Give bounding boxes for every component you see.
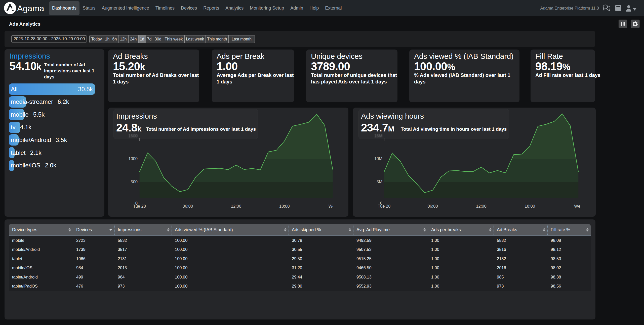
caret-down-icon[interactable] — [633, 7, 636, 12]
preset-1d[interactable]: 1d — [139, 35, 146, 43]
stat-card-fill-rate: Fill Rate 98.19% Ad Fill rate over last … — [531, 50, 595, 102]
table-cell: mobile/iOS — [9, 263, 73, 273]
column-header-ads-viewed-iab-standard-[interactable]: Ads viewed % (IAB Standard) — [172, 224, 289, 235]
table-cell: 1.00 — [428, 272, 494, 282]
column-header-device-types[interactable]: Device types — [9, 224, 73, 235]
table-cell: 1.00 — [428, 282, 494, 291]
column-header-label: Impressions — [118, 227, 141, 233]
column-divider — [73, 225, 73, 235]
preset-this-month[interactable]: This month — [206, 35, 229, 43]
bar-category-label: mobile/Android — [11, 136, 51, 144]
chart-total-row: 24.8k — [116, 121, 141, 134]
preset-7d[interactable]: 7d — [146, 35, 153, 43]
table-cell: 2132 — [494, 254, 547, 263]
table-cell: 100.00 — [172, 245, 289, 254]
bar-category-label: tv — [11, 124, 16, 131]
table-cell: 100.00 — [172, 272, 289, 282]
column-header-ads-skipped-[interactable]: Ads skipped % — [289, 224, 353, 235]
chart-description: Total number of Ad impressions over last… — [146, 126, 256, 132]
stat-card-value: 1.00 — [217, 60, 238, 72]
sort-both-icon — [489, 228, 492, 231]
bar-value-All: 30.5k — [78, 83, 93, 95]
table-cell: 985 — [494, 272, 547, 282]
column-divider — [353, 225, 353, 235]
column-header-label: Ad Breaks — [497, 227, 517, 233]
table-row-mobile[interactable]: mobile27235532100.0030.789492.591.005532… — [9, 236, 591, 245]
settings-button[interactable] — [631, 20, 639, 28]
bar-value-label: 3.5k — [56, 136, 67, 144]
column-header-label: Devices — [76, 227, 92, 233]
stat-card-title: Fill Rate — [535, 52, 563, 61]
preset-12h[interactable]: 12h — [118, 35, 129, 43]
table-cell: 5532 — [114, 236, 172, 245]
window-icon[interactable] — [615, 5, 621, 12]
table-cell: 1066 — [73, 254, 114, 263]
table-cell: 30.78 — [289, 236, 353, 245]
table-cell: 9507.53 — [353, 245, 428, 254]
column-header-fill-rate-[interactable]: Fill rate % — [547, 224, 591, 235]
table-cell: 984 — [73, 263, 114, 273]
bar-label-tablet: tablet2.1k — [11, 147, 42, 158]
desc-line: 1 days — [113, 78, 199, 85]
bar-value-label: 2.1k — [30, 149, 42, 156]
column-header-devices[interactable]: Devices — [73, 224, 114, 235]
table-cell: 499 — [73, 272, 114, 282]
stat-card-value: 15.20 — [113, 60, 140, 72]
impressions-total-row: 54.10k — [9, 60, 42, 72]
table-cell: 2131 — [114, 254, 172, 263]
table-cell: tablet/iPadOS — [9, 282, 73, 291]
user-icon[interactable] — [626, 5, 631, 13]
column-header-label: Ads viewed % (IAB Standard) — [175, 227, 233, 233]
chart-total-unit: k — [137, 125, 142, 133]
desc-line: has played Ads over last 1 days — [311, 78, 397, 85]
table-cell: 100.00 — [172, 254, 289, 263]
chart-title: Impressions — [116, 112, 157, 120]
column-divider — [114, 225, 115, 235]
table-cell: 984 — [114, 272, 172, 282]
preset-1h[interactable]: 1h — [104, 35, 111, 43]
column-header-label: Device types — [12, 227, 37, 233]
column-header-ad-breaks[interactable]: Ad Breaks — [494, 224, 547, 235]
table-cell: 9508.13 — [353, 272, 428, 282]
stat-card-title: Ads per Break — [217, 52, 264, 61]
desc-line: Total number of Ad Breaks over last — [113, 72, 199, 78]
preset-30d[interactable]: 30d — [153, 35, 163, 43]
column-header-avg-ad-playtime[interactable]: Avg. Ad Playtime — [353, 224, 428, 235]
stat-card-unit: % — [447, 62, 455, 72]
desc-line: Total number of unique devices that — [311, 72, 397, 78]
table-cell: 98.50 — [547, 254, 591, 263]
gear-icon — [633, 21, 638, 26]
column-header-ads-per-breaks[interactable]: Ads per breaks — [428, 224, 494, 235]
table-cell: 9492.59 — [353, 236, 428, 245]
table-row-tablet-ipados[interactable]: tablet/iPadOS476973100.0029.809552.931.0… — [9, 282, 591, 291]
column-divider — [172, 225, 172, 235]
preset-24h[interactable]: 24h — [129, 35, 139, 43]
preset-6h[interactable]: 6h — [111, 35, 118, 43]
table-row-tablet[interactable]: tablet10662131100.0029.509515.251.002132… — [9, 254, 591, 263]
preset-last-month[interactable]: Last month — [229, 35, 255, 43]
table-row-tablet-android[interactable]: tablet/Android499984100.0029.449508.131.… — [9, 272, 591, 282]
pause-icon — [621, 22, 625, 26]
desc-line: days — [414, 78, 510, 85]
sort-desc-icon — [109, 229, 112, 231]
column-header-label: Ads skipped % — [292, 227, 321, 233]
column-header-label: Ads per breaks — [431, 227, 461, 233]
stat-card-title: Unique devices — [311, 52, 363, 61]
column-header-impressions[interactable]: Impressions — [114, 224, 172, 235]
desc-line: % Ads viewed (IAB Standard) over last 1 — [414, 72, 510, 78]
chat-icon[interactable] — [603, 5, 610, 13]
table-row-mobile-ios[interactable]: mobile/iOS9842015100.0031.209466.501.002… — [9, 263, 591, 273]
table-cell: 1.00 — [428, 254, 494, 263]
preset-today[interactable]: Today — [90, 35, 104, 43]
table-cell: 973 — [494, 282, 547, 291]
bar-label-mobile/iOS: mobile/iOS2.0k — [11, 160, 56, 171]
date-range-input[interactable] — [11, 35, 87, 42]
stat-card-unit: % — [562, 62, 571, 72]
device-table-card: Device typesDevicesImpressionsAds viewed… — [5, 219, 595, 319]
pause-button[interactable] — [619, 20, 627, 28]
stat-value-row: 1.00 — [217, 60, 238, 73]
stat-card-value: 100.00 — [414, 60, 447, 72]
table-row-mobile-android[interactable]: mobile/Android17393517100.0030.559507.53… — [9, 245, 591, 254]
preset-this-week[interactable]: This week — [163, 35, 185, 43]
preset-last-week[interactable]: Last week — [185, 35, 206, 43]
